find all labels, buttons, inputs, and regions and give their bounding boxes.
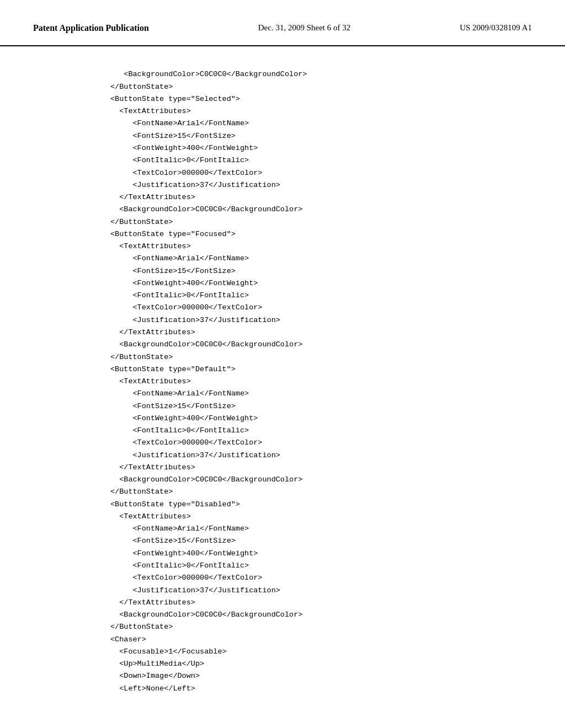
code-line: </ButtonState> bbox=[110, 486, 521, 498]
code-line: <Left>None</Left> bbox=[110, 683, 521, 695]
code-line: <BackgroundColor>C0C0C0</BackgroundColor… bbox=[110, 204, 521, 216]
code-line: <Justification>37</Justification> bbox=[110, 449, 521, 462]
code-line: </ButtonState> bbox=[110, 81, 521, 93]
code-line: <BackgroundColor>C0C0C0</BackgroundColor… bbox=[110, 609, 521, 621]
code-line: <TextAttributes> bbox=[110, 240, 521, 253]
code-line: <FontSize>15</FontSize> bbox=[110, 535, 521, 547]
code-line: </TextAttributes> bbox=[110, 191, 521, 204]
code-line: </ButtonState> bbox=[110, 621, 521, 633]
code-line: <FontName>Arial</FontName> bbox=[110, 253, 521, 265]
code-line: </TextAttributes> bbox=[110, 597, 521, 609]
code-line: <FontSize>15</FontSize> bbox=[110, 400, 521, 413]
code-line: </TextAttributes> bbox=[110, 326, 521, 339]
code-line: <ButtonState type="Selected"> bbox=[110, 93, 521, 105]
code-line: <TextAttributes> bbox=[110, 105, 521, 117]
code-line: <ButtonState type="Focused"> bbox=[110, 228, 521, 240]
code-line: <Justification>37</Justification> bbox=[110, 585, 521, 597]
code-line: <FontWeight>400</FontWeight> bbox=[110, 548, 521, 560]
code-line: <FontItalic>0</FontItalic> bbox=[110, 560, 521, 572]
code-line: <FontName>Arial</FontName> bbox=[110, 388, 521, 400]
code-line: <Chaser> bbox=[110, 634, 521, 646]
publication-title: Patent Application Publication bbox=[33, 23, 149, 33]
code-line: </ButtonState> bbox=[110, 351, 521, 363]
code-line: <FontSize>15</FontSize> bbox=[110, 130, 521, 142]
code-line: <FontWeight>400</FontWeight> bbox=[110, 413, 521, 425]
code-line: <BackgroundColor>C0C0C0</BackgroundColor… bbox=[110, 474, 521, 486]
patent-number: US 2009/0328109 A1 bbox=[460, 23, 532, 32]
code-line: <ButtonState type="Default"> bbox=[110, 363, 521, 376]
header-right: US 2009/0328109 A1 bbox=[460, 22, 532, 34]
code-content: <BackgroundColor>C0C0C0</BackgroundColor… bbox=[0, 63, 565, 717]
code-line: <FontName>Arial</FontName> bbox=[110, 523, 521, 535]
xml-code-block: <BackgroundColor>C0C0C0</BackgroundColor… bbox=[110, 68, 521, 695]
page-container: Patent Application Publication Dec. 31, … bbox=[0, 0, 565, 728]
code-line: <TextColor>000000</TextColor> bbox=[110, 167, 521, 179]
header-left: Patent Application Publication bbox=[33, 22, 149, 34]
code-line: <Focusable>1</Focusable> bbox=[110, 646, 521, 658]
code-line: <Justification>37</Justification> bbox=[110, 179, 521, 191]
code-line: <BackgroundColor>C0C0C0</BackgroundColor… bbox=[110, 339, 521, 351]
code-line: <TextColor>000000</TextColor> bbox=[110, 437, 521, 449]
code-line: </TextAttributes> bbox=[110, 462, 521, 474]
code-line: <FontItalic>0</FontItalic> bbox=[110, 154, 521, 167]
code-line: <TextAttributes> bbox=[110, 376, 521, 388]
code-line: <TextAttributes> bbox=[110, 511, 521, 523]
code-line: </ButtonState> bbox=[110, 216, 521, 228]
code-line: <FontName>Arial</FontName> bbox=[110, 117, 521, 130]
code-line: <FontWeight>400</FontWeight> bbox=[110, 277, 521, 290]
header-center: Dec. 31, 2009 Sheet 6 of 32 bbox=[258, 22, 350, 34]
code-line: <FontSize>15</FontSize> bbox=[110, 265, 521, 277]
code-line: <FontItalic>0</FontItalic> bbox=[110, 290, 521, 302]
code-line: <Up>MultiMedia</Up> bbox=[110, 658, 521, 670]
code-line: <BackgroundColor>C0C0C0</BackgroundColor… bbox=[110, 68, 521, 81]
code-line: <Down>Image</Down> bbox=[110, 670, 521, 682]
code-line: <FontWeight>400</FontWeight> bbox=[110, 142, 521, 154]
code-line: <FontItalic>0</FontItalic> bbox=[110, 425, 521, 437]
date-sheet-info: Dec. 31, 2009 Sheet 6 of 32 bbox=[258, 23, 350, 32]
code-line: <TextColor>000000</TextColor> bbox=[110, 572, 521, 584]
code-line: <Justification>37</Justification> bbox=[110, 314, 521, 326]
code-line: <ButtonState type="Disabled"> bbox=[110, 499, 521, 511]
page-header: Patent Application Publication Dec. 31, … bbox=[0, 0, 565, 46]
code-line: <TextColor>000000</TextColor> bbox=[110, 302, 521, 314]
